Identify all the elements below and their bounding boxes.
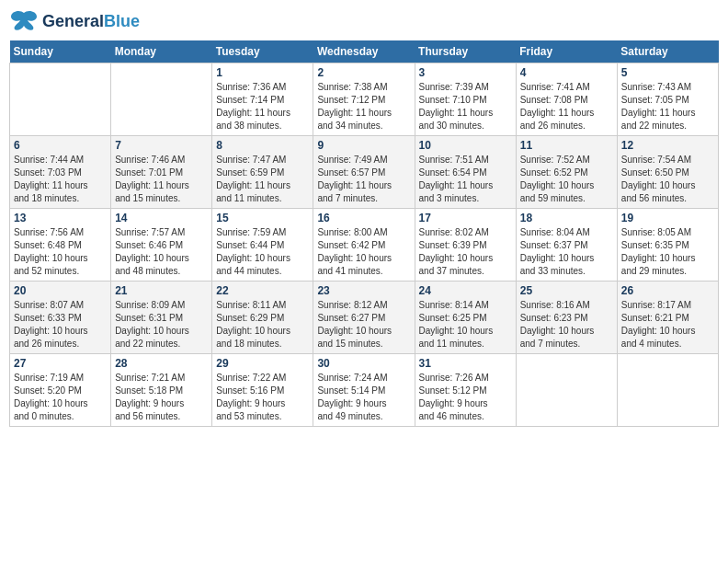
week-row-3: 13Sunrise: 7:56 AM Sunset: 6:48 PM Dayli… — [10, 209, 719, 282]
calendar-cell: 20Sunrise: 8:07 AM Sunset: 6:33 PM Dayli… — [10, 282, 111, 354]
day-info: Sunrise: 7:59 AM Sunset: 6:44 PM Dayligh… — [216, 226, 309, 278]
calendar-cell: 10Sunrise: 7:51 AM Sunset: 6:54 PM Dayli… — [415, 136, 516, 209]
col-header-monday: Monday — [111, 40, 212, 63]
calendar-cell: 2Sunrise: 7:38 AM Sunset: 7:12 PM Daylig… — [313, 63, 415, 136]
day-number: 23 — [317, 284, 410, 297]
calendar-cell — [111, 63, 212, 136]
day-number: 21 — [115, 284, 208, 297]
day-info: Sunrise: 7:54 AM Sunset: 6:50 PM Dayligh… — [621, 154, 714, 205]
day-number: 13 — [14, 212, 107, 224]
page-header: GeneralBlue — [9, 9, 719, 35]
calendar-cell: 25Sunrise: 8:16 AM Sunset: 6:23 PM Dayli… — [516, 282, 617, 354]
day-info: Sunrise: 7:52 AM Sunset: 6:52 PM Dayligh… — [520, 154, 613, 205]
calendar-cell: 3Sunrise: 7:39 AM Sunset: 7:10 PM Daylig… — [415, 63, 516, 136]
day-info: Sunrise: 7:47 AM Sunset: 6:59 PM Dayligh… — [216, 154, 309, 205]
day-number: 10 — [419, 139, 512, 152]
day-number: 4 — [520, 66, 613, 79]
week-row-4: 20Sunrise: 8:07 AM Sunset: 6:33 PM Dayli… — [10, 282, 719, 354]
day-info: Sunrise: 7:39 AM Sunset: 7:10 PM Dayligh… — [419, 81, 512, 132]
day-number: 9 — [317, 139, 410, 152]
calendar-cell: 8Sunrise: 7:47 AM Sunset: 6:59 PM Daylig… — [212, 136, 313, 209]
day-number: 11 — [520, 139, 613, 152]
calendar-cell: 22Sunrise: 8:11 AM Sunset: 6:29 PM Dayli… — [212, 282, 313, 354]
day-info: Sunrise: 8:09 AM Sunset: 6:31 PM Dayligh… — [115, 299, 208, 350]
day-number: 19 — [621, 212, 714, 224]
day-info: Sunrise: 7:51 AM Sunset: 6:54 PM Dayligh… — [419, 154, 512, 205]
day-number: 3 — [419, 66, 512, 79]
day-info: Sunrise: 7:49 AM Sunset: 6:57 PM Dayligh… — [317, 154, 410, 205]
day-number: 30 — [317, 357, 410, 370]
day-info: Sunrise: 8:11 AM Sunset: 6:29 PM Dayligh… — [216, 299, 309, 350]
calendar-cell: 13Sunrise: 7:56 AM Sunset: 6:48 PM Dayli… — [10, 209, 111, 282]
day-info: Sunrise: 7:44 AM Sunset: 7:03 PM Dayligh… — [14, 154, 107, 205]
day-info: Sunrise: 7:22 AM Sunset: 5:16 PM Dayligh… — [216, 372, 309, 423]
col-header-friday: Friday — [516, 40, 617, 63]
day-info: Sunrise: 7:56 AM Sunset: 6:48 PM Dayligh… — [14, 226, 107, 278]
day-number: 28 — [115, 357, 208, 370]
day-info: Sunrise: 8:05 AM Sunset: 6:35 PM Dayligh… — [621, 226, 714, 278]
calendar-cell: 5Sunrise: 7:43 AM Sunset: 7:05 PM Daylig… — [617, 63, 718, 136]
calendar-cell: 16Sunrise: 8:00 AM Sunset: 6:42 PM Dayli… — [313, 209, 415, 282]
day-info: Sunrise: 7:43 AM Sunset: 7:05 PM Dayligh… — [621, 81, 714, 132]
day-number: 17 — [419, 212, 512, 224]
day-info: Sunrise: 8:07 AM Sunset: 6:33 PM Dayligh… — [14, 299, 107, 350]
day-info: Sunrise: 8:00 AM Sunset: 6:42 PM Dayligh… — [317, 226, 410, 278]
day-info: Sunrise: 7:24 AM Sunset: 5:14 PM Dayligh… — [317, 372, 410, 423]
logo: GeneralBlue — [9, 9, 140, 35]
calendar-cell: 9Sunrise: 7:49 AM Sunset: 6:57 PM Daylig… — [313, 136, 415, 209]
calendar-cell: 26Sunrise: 8:17 AM Sunset: 6:21 PM Dayli… — [617, 282, 718, 354]
day-number: 6 — [14, 139, 107, 152]
logo-icon — [9, 9, 39, 35]
header-row: SundayMondayTuesdayWednesdayThursdayFrid… — [10, 40, 719, 63]
calendar-cell: 24Sunrise: 8:14 AM Sunset: 6:25 PM Dayli… — [415, 282, 516, 354]
day-info: Sunrise: 7:41 AM Sunset: 7:08 PM Dayligh… — [520, 81, 613, 132]
day-info: Sunrise: 8:04 AM Sunset: 6:37 PM Dayligh… — [520, 226, 613, 278]
day-info: Sunrise: 8:12 AM Sunset: 6:27 PM Dayligh… — [317, 299, 410, 350]
calendar-cell: 11Sunrise: 7:52 AM Sunset: 6:52 PM Dayli… — [516, 136, 617, 209]
calendar-cell: 1Sunrise: 7:36 AM Sunset: 7:14 PM Daylig… — [212, 63, 313, 136]
day-number: 29 — [216, 357, 309, 370]
calendar-cell: 15Sunrise: 7:59 AM Sunset: 6:44 PM Dayli… — [212, 209, 313, 282]
calendar-cell: 12Sunrise: 7:54 AM Sunset: 6:50 PM Dayli… — [617, 136, 718, 209]
col-header-tuesday: Tuesday — [212, 40, 313, 63]
day-info: Sunrise: 8:17 AM Sunset: 6:21 PM Dayligh… — [621, 299, 714, 350]
day-info: Sunrise: 7:46 AM Sunset: 7:01 PM Dayligh… — [115, 154, 208, 205]
calendar-cell: 29Sunrise: 7:22 AM Sunset: 5:16 PM Dayli… — [212, 354, 313, 427]
day-info: Sunrise: 7:36 AM Sunset: 7:14 PM Dayligh… — [216, 81, 309, 132]
calendar-cell: 14Sunrise: 7:57 AM Sunset: 6:46 PM Dayli… — [111, 209, 212, 282]
calendar-table: SundayMondayTuesdayWednesdayThursdayFrid… — [9, 40, 719, 427]
calendar-cell: 17Sunrise: 8:02 AM Sunset: 6:39 PM Dayli… — [415, 209, 516, 282]
day-number: 2 — [317, 66, 410, 79]
week-row-2: 6Sunrise: 7:44 AM Sunset: 7:03 PM Daylig… — [10, 136, 719, 209]
calendar-cell: 31Sunrise: 7:26 AM Sunset: 5:12 PM Dayli… — [415, 354, 516, 427]
calendar-cell: 19Sunrise: 8:05 AM Sunset: 6:35 PM Dayli… — [617, 209, 718, 282]
day-number: 16 — [317, 212, 410, 224]
day-info: Sunrise: 8:02 AM Sunset: 6:39 PM Dayligh… — [419, 226, 512, 278]
calendar-cell: 27Sunrise: 7:19 AM Sunset: 5:20 PM Dayli… — [10, 354, 111, 427]
day-info: Sunrise: 7:21 AM Sunset: 5:18 PM Dayligh… — [115, 372, 208, 423]
day-info: Sunrise: 7:26 AM Sunset: 5:12 PM Dayligh… — [419, 372, 512, 423]
calendar-cell — [10, 63, 111, 136]
day-number: 12 — [621, 139, 714, 152]
day-number: 5 — [621, 66, 714, 79]
day-number: 1 — [216, 66, 309, 79]
calendar-cell: 7Sunrise: 7:46 AM Sunset: 7:01 PM Daylig… — [111, 136, 212, 209]
day-number: 7 — [115, 139, 208, 152]
day-info: Sunrise: 7:19 AM Sunset: 5:20 PM Dayligh… — [14, 372, 107, 423]
day-number: 8 — [216, 139, 309, 152]
calendar-cell: 21Sunrise: 8:09 AM Sunset: 6:31 PM Dayli… — [111, 282, 212, 354]
day-info: Sunrise: 8:14 AM Sunset: 6:25 PM Dayligh… — [419, 299, 512, 350]
week-row-5: 27Sunrise: 7:19 AM Sunset: 5:20 PM Dayli… — [10, 354, 719, 427]
day-info: Sunrise: 8:16 AM Sunset: 6:23 PM Dayligh… — [520, 299, 613, 350]
day-info: Sunrise: 7:57 AM Sunset: 6:46 PM Dayligh… — [115, 226, 208, 278]
col-header-wednesday: Wednesday — [313, 40, 415, 63]
col-header-saturday: Saturday — [617, 40, 718, 63]
day-number: 18 — [520, 212, 613, 224]
day-number: 22 — [216, 284, 309, 297]
calendar-cell: 18Sunrise: 8:04 AM Sunset: 6:37 PM Dayli… — [516, 209, 617, 282]
calendar-cell: 6Sunrise: 7:44 AM Sunset: 7:03 PM Daylig… — [10, 136, 111, 209]
calendar-cell: 23Sunrise: 8:12 AM Sunset: 6:27 PM Dayli… — [313, 282, 415, 354]
col-header-sunday: Sunday — [10, 40, 111, 63]
calendar-cell: 30Sunrise: 7:24 AM Sunset: 5:14 PM Dayli… — [313, 354, 415, 427]
calendar-cell — [516, 354, 617, 427]
